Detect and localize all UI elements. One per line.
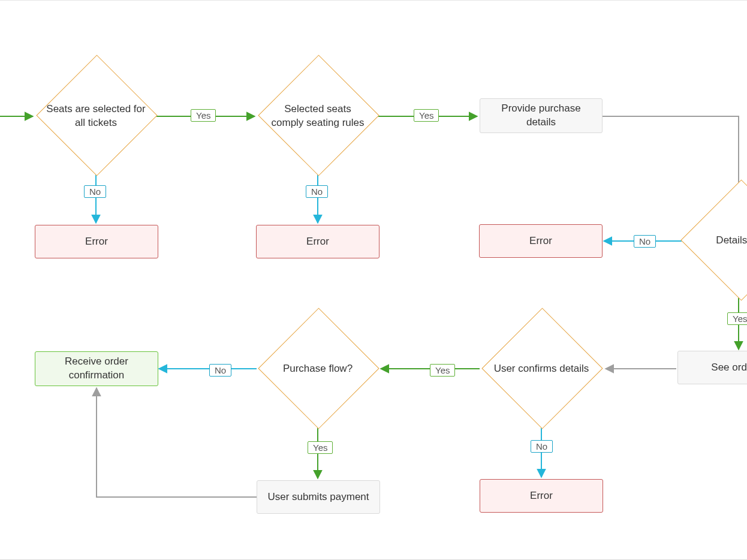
node-label: Error <box>530 489 553 503</box>
decision-details-valid[interactable]: Details are <box>680 197 747 284</box>
result-error-details[interactable]: Error <box>479 224 603 258</box>
edge-label-yes: Yes <box>430 364 455 377</box>
edge-label-yes: Yes <box>308 441 333 454</box>
node-label: User submits payment <box>267 490 369 504</box>
node-label: Error <box>85 235 108 249</box>
decision-purchase-flow[interactable]: Purchase flow? <box>258 326 378 413</box>
edge-label-yes: Yes <box>191 109 216 122</box>
result-error-seats[interactable]: Error <box>35 225 158 258</box>
node-label: See order su <box>711 361 747 375</box>
flowchart-canvas[interactable]: Seats are selected for all tickets Selec… <box>0 0 747 560</box>
edge-label-yes: Yes <box>414 109 439 122</box>
edge-label-no: No <box>84 185 106 198</box>
edge-label-no: No <box>531 440 553 453</box>
node-label: Receive order confirmation <box>52 355 141 383</box>
result-order-confirmation[interactable]: Receive order confirmation <box>35 351 158 386</box>
process-see-summary[interactable]: See order su <box>677 351 747 384</box>
edge-label-no: No <box>634 235 656 248</box>
process-provide-details[interactable]: Provide purchase details <box>480 98 603 133</box>
node-label: Provide purchase details <box>493 102 589 130</box>
result-error-rules[interactable]: Error <box>256 225 379 258</box>
decision-seats-selected[interactable]: Seats are selected for all tickets <box>36 73 156 159</box>
edge-label-no: No <box>209 364 231 377</box>
edge-label-no: No <box>306 185 328 198</box>
decision-seating-rules[interactable]: Selected seats comply seating rules <box>258 73 378 159</box>
node-label: Purchase flow? <box>283 362 353 376</box>
node-label: Selected seats comply seating rules <box>267 103 369 130</box>
node-label: Error <box>529 234 552 248</box>
edge-label-yes: Yes <box>727 312 747 325</box>
process-submit-payment[interactable]: User submits payment <box>257 480 380 514</box>
node-label: Seats are selected for all tickets <box>45 103 147 130</box>
node-label: Details are <box>716 234 747 248</box>
node-label: Error <box>306 235 329 249</box>
decision-user-confirms[interactable]: User confirms details <box>481 326 601 413</box>
result-error-confirm[interactable]: Error <box>480 479 603 513</box>
node-label: User confirms details <box>494 362 589 376</box>
